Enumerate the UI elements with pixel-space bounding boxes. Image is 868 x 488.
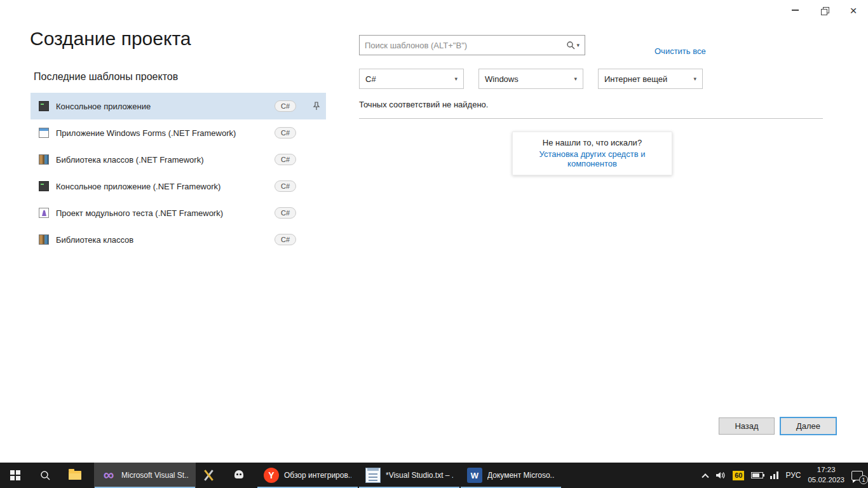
console-app-icon (39, 101, 49, 111)
recent-templates-heading: Последние шаблоны проектов (34, 71, 326, 83)
template-list-item[interactable]: Консольное приложение (.NET Framework) C… (31, 173, 326, 200)
tray-time: 17:23 (808, 465, 844, 475)
restore-icon (821, 7, 828, 14)
search-icon[interactable]: ▾ (561, 41, 585, 50)
tray-expand-icon[interactable] (702, 473, 709, 480)
yandex-browser-icon (264, 468, 279, 483)
template-label: Консольное приложение (.NET Framework) (56, 182, 268, 191)
template-list-item[interactable]: Библиотека классов C# (31, 226, 326, 253)
file-explorer-button[interactable] (60, 463, 90, 488)
taskbar: Microsoft Visual St... Обзор интегриров.… (0, 463, 868, 488)
notification-badge: 1 (859, 475, 868, 484)
notepad-icon (365, 468, 381, 483)
filter-value: C# (365, 74, 376, 84)
start-button[interactable] (0, 463, 30, 488)
battery-percent-badge[interactable]: 60 (733, 471, 744, 480)
tool-icon (201, 468, 216, 483)
winforms-app-icon (39, 128, 49, 138)
template-label: Библиотека классов (.NET Framework) (56, 155, 268, 165)
tray-date: 05.02.2023 (808, 475, 844, 485)
filter-dropdown[interactable]: Интернет вещей ▾ (598, 69, 703, 89)
taskbar-app-label: *Visual Studio.txt – ... (386, 471, 453, 480)
battery-icon[interactable] (751, 472, 763, 478)
language-badge: C# (275, 234, 296, 245)
taskbar-app-label: Обзор интегриров... (284, 471, 351, 480)
chevron-down-icon: ▾ (693, 76, 696, 82)
language-indicator[interactable]: РУС (785, 471, 801, 480)
filter-value: Windows (485, 74, 519, 84)
screen: × Создание проекта Последние шаблоны про… (0, 0, 868, 488)
back-button[interactable]: Назад (719, 417, 775, 435)
window-controls: × (780, 0, 868, 20)
taskbar-app-button[interactable] (226, 463, 257, 488)
windows-logo-icon (10, 470, 20, 480)
skull-icon (231, 468, 247, 483)
language-badge: C# (275, 100, 296, 112)
system-tray: 60 РУС 17:23 05.02.2023 1 (703, 463, 868, 488)
taskbar-app-button[interactable]: Обзор интегриров... (257, 463, 358, 488)
clear-all-link[interactable]: Очистить все (654, 46, 706, 56)
create-project-dialog: × Создание проекта Последние шаблоны про… (0, 0, 868, 463)
template-list-item[interactable]: Консольное приложение C# (31, 93, 326, 119)
template-label: Приложение Windows Forms (.NET Framework… (56, 128, 268, 138)
close-button[interactable]: × (839, 0, 868, 20)
class-library-icon (39, 234, 49, 245)
taskbar-search-button[interactable] (30, 463, 60, 488)
filter-dropdown[interactable]: Windows ▾ (478, 69, 583, 89)
taskbar-app-label: Документ Microso... (487, 471, 555, 480)
chevron-down-icon: ▾ (454, 76, 458, 82)
language-badge: C# (275, 127, 296, 139)
filter-value: Интернет вещей (604, 74, 667, 84)
action-center-icon[interactable]: 1 (851, 471, 863, 480)
recent-templates-panel: Последние шаблоны проектов Консольное пр… (31, 71, 326, 253)
taskbar-app-button[interactable]: *Visual Studio.txt – ... (358, 463, 460, 488)
word-icon (467, 468, 482, 483)
next-button[interactable]: Далее (780, 417, 837, 435)
restore-button[interactable] (810, 0, 839, 20)
chevron-down-icon: ▾ (574, 76, 577, 82)
minimize-icon (792, 10, 799, 11)
template-label: Библиотека классов (56, 235, 268, 245)
console-app-icon (39, 181, 49, 191)
template-list-item[interactable]: Приложение Windows Forms (.NET Framework… (31, 119, 326, 146)
recent-templates-list: Консольное приложение C# Приложение Wind… (31, 93, 326, 253)
language-badge: C# (275, 180, 296, 192)
taskbar-apps: Microsoft Visual St... Обзор интегриров.… (94, 463, 562, 488)
template-label: Проект модульного теста (.NET Framework) (56, 208, 268, 218)
unit-test-icon (39, 208, 49, 218)
template-list-item[interactable]: Библиотека классов (.NET Framework) C# (31, 146, 326, 173)
search-icon (39, 470, 51, 481)
template-label: Консольное приложение (56, 102, 268, 111)
taskbar-app-button[interactable]: Документ Microso... (460, 463, 562, 488)
minimize-button[interactable] (780, 0, 810, 20)
volume-icon[interactable] (715, 470, 726, 480)
not-found-card: Не нашли то, что искали? Установка други… (512, 132, 672, 175)
no-match-message: Точных соответствий не найдено. (359, 100, 488, 109)
filter-dropdown[interactable]: C# ▾ (359, 69, 464, 89)
language-badge: C# (275, 154, 296, 165)
taskbar-app-button[interactable] (196, 463, 226, 488)
chevron-down-icon: ▾ (576, 42, 580, 48)
language-badge: C# (275, 207, 296, 219)
search-input[interactable] (360, 41, 561, 50)
not-found-title: Не нашли то, что искали? (520, 138, 664, 147)
template-list-item[interactable]: Проект модульного теста (.NET Framework)… (31, 200, 326, 226)
taskbar-clock[interactable]: 17:23 05.02.2023 (808, 465, 844, 485)
close-icon: × (850, 4, 857, 17)
install-tools-link[interactable]: Установка других средств и компонентов (520, 149, 664, 168)
folder-icon (69, 471, 81, 480)
class-library-icon (39, 154, 49, 165)
taskbar-app-button[interactable]: Microsoft Visual St... (94, 463, 196, 488)
taskbar-app-label: Microsoft Visual St... (121, 471, 189, 480)
filter-row: C# ▾ Windows ▾ Интернет вещей ▾ (359, 69, 703, 89)
network-icon[interactable] (770, 471, 778, 479)
results-divider (359, 118, 823, 119)
visual-studio-icon (101, 468, 116, 483)
template-search: ▾ (359, 35, 585, 55)
pin-icon[interactable] (312, 102, 321, 111)
page-title: Создание проекта (30, 28, 191, 50)
